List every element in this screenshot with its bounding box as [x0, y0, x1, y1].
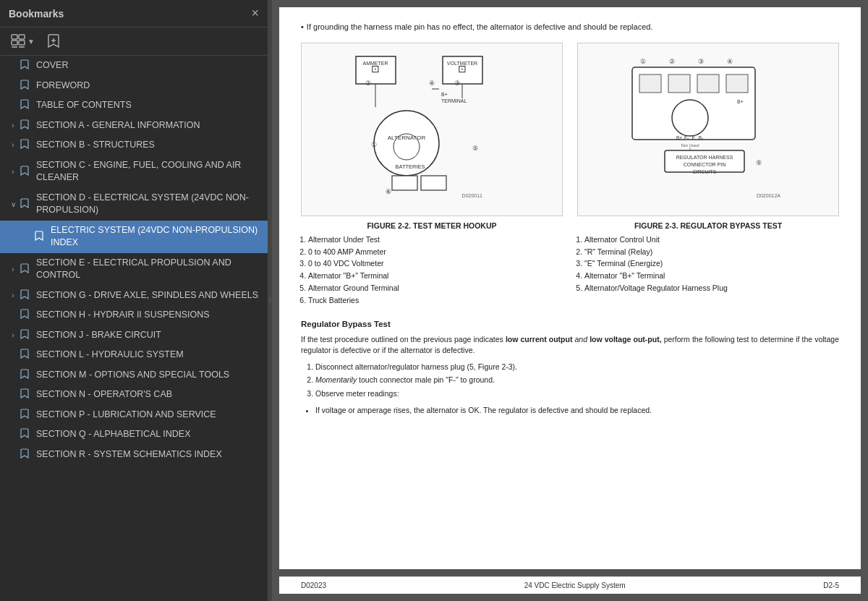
bookmark-item-section-g[interactable]: › SECTION G - DRIVE AXLE, SPINDLES AND W… [0, 286, 268, 306]
figure-2-item-3: 0 to 40 VDC Voltmeter [308, 258, 563, 269]
bookmark-item-section-n[interactable]: SECTION N - OPERATOR'S CAB [0, 385, 268, 405]
figures-row: AMMETER ⊡ ② VOLTMETER ⊡ ③ ④ B+ [301, 43, 839, 307]
grid-icon [10, 33, 26, 49]
bookmark-item-section-d[interactable]: ∨ SECTION D - ELECTRICAL SYSTEM (24VDC N… [0, 188, 268, 221]
figure-3-diagram: ① ② ③ ④ [577, 43, 839, 216]
footer-left: D02023 [301, 581, 326, 589]
bookmark-add-button[interactable] [43, 32, 64, 51]
bookmark-item-section-l[interactable]: SECTION L - HYDRAULIC SYSTEM [0, 345, 268, 365]
bookmark-label-section-p: SECTION P - LUBRICATION AND SERVICE [36, 409, 262, 422]
svg-text:⑥: ⑥ [386, 188, 391, 195]
bookmark-item-cover[interactable]: COVER [0, 56, 268, 76]
bookmark-icon-section-h [20, 309, 32, 321]
bookmark-toggle-section-g[interactable]: › [7, 291, 19, 299]
svg-text:D020012A: D020012A [757, 193, 780, 198]
bookmark-label-section-l: SECTION L - HYDRAULIC SYSTEM [36, 349, 262, 362]
bookmark-item-section-e[interactable]: › SECTION E - ELECTRICAL PROPULSION AND … [0, 253, 268, 286]
bookmark-icon-section-j [20, 329, 32, 341]
bookmark-item-section-r[interactable]: SECTION R - SYSTEM SCHEMATICS INDEX [0, 445, 268, 465]
figure-2-item-4: Alternator "B+" Terminal [308, 270, 563, 281]
svg-text:⊡: ⊡ [371, 63, 380, 74]
step-2: Momentarily touch connector male pin "F-… [315, 375, 839, 385]
figure-2-item-2: 0 to 400 AMP Ammeter [308, 247, 563, 257]
grid-view-button[interactable]: ▼ [7, 32, 38, 51]
figure-2-list: Alternator Under Test 0 to 400 AMP Ammet… [301, 234, 563, 305]
svg-text:⊡: ⊡ [458, 63, 467, 74]
bookmark-toggle-section-d[interactable]: ∨ [7, 200, 19, 208]
figure-3-list: Alternator Control Unit "R" Terminal (Re… [577, 234, 839, 293]
bookmark-item-section-d-sub[interactable]: ELECTRIC SYSTEM (24VDC NON-PROPULSION) I… [0, 221, 268, 253]
svg-text:⑤: ⑤ [756, 159, 762, 166]
regulator-bypass-svg: ① ② ③ ④ [625, 49, 791, 201]
sidebar-toolbar: ▼ [0, 27, 268, 56]
page-content[interactable]: • If grounding the harness male pin has … [279, 7, 861, 569]
svg-text:③: ③ [454, 80, 460, 87]
bookmark-toggle-section-j[interactable]: › [7, 331, 19, 339]
bookmark-label-section-c: SECTION C - ENGINE, FUEL, COOLING AND AI… [36, 159, 262, 184]
bookmark-icon-section-d [20, 198, 32, 210]
bookmark-icon-foreword [20, 80, 32, 92]
svg-point-43 [672, 100, 708, 136]
bookmark-label-section-q: SECTION Q - ALPHABETICAL INDEX [36, 428, 262, 441]
sidebar: Bookmarks × ▼ [0, 0, 268, 601]
svg-text:B+: B+ [737, 99, 744, 104]
document-area: • If grounding the harness male pin has … [272, 0, 868, 576]
bookmark-label-section-j: SECTION J - BRAKE CIRCUIT [36, 329, 262, 342]
sidebar-close-button[interactable]: × [251, 6, 259, 21]
bookmark-toggle-section-b[interactable]: › [7, 141, 19, 149]
bookmark-item-foreword[interactable]: FOREWORD [0, 76, 268, 96]
svg-rect-39 [639, 74, 661, 93]
bookmark-item-section-p[interactable]: SECTION P - LUBRICATION AND SERVICE [0, 405, 268, 425]
svg-text:ALTERNATOR: ALTERNATOR [388, 135, 426, 141]
procedure-list: Disconnect alternator/regulator harness … [301, 362, 839, 399]
bookmark-icon-section-q [20, 428, 32, 440]
bookmark-icon-section-l [20, 349, 32, 361]
bookmark-toggle-section-c[interactable]: › [7, 168, 19, 176]
svg-text:B+: B+ [441, 92, 448, 97]
bullet-dot: • [301, 22, 304, 33]
bookmark-label-section-d: SECTION D - ELECTRICAL SYSTEM (24VDC NON… [36, 192, 262, 217]
svg-text:Not Used: Not Used [681, 143, 699, 148]
svg-text:E: E [692, 135, 696, 140]
footer-right: D2-5 [823, 581, 839, 589]
bookmark-item-section-m[interactable]: SECTION M - OPTIONS AND SPECIAL TOOLS [0, 365, 268, 385]
figure-2-item-1: Alternator Under Test [308, 234, 563, 245]
bookmark-icon-section-b [20, 139, 32, 151]
bookmark-item-section-h[interactable]: SECTION H - HYDRAIR II SUSPENSIONS [0, 305, 268, 325]
svg-rect-2 [12, 41, 17, 45]
bookmark-add-icon [46, 33, 61, 49]
svg-text:F-: F- [684, 135, 689, 140]
svg-text:D020011: D020011 [462, 193, 483, 198]
svg-text:TERMINAL: TERMINAL [441, 98, 467, 103]
bookmark-icon-section-a [20, 119, 32, 132]
bookmark-icon-toc [20, 99, 32, 111]
figure-2-item-6: Truck Batteries [308, 295, 563, 306]
bookmark-label-section-b: SECTION B - STRUCTURES [36, 139, 262, 152]
svg-rect-3 [19, 41, 25, 45]
svg-text:①: ① [640, 58, 646, 65]
figure-3-item-5: Alternator/Voltage Regulator Harness Plu… [584, 283, 839, 294]
svg-text:BATTERIES: BATTERIES [395, 163, 425, 170]
bookmark-icon-section-d-sub [35, 231, 46, 243]
bookmark-icon-section-m [20, 369, 32, 381]
bookmark-item-section-c[interactable]: › SECTION C - ENGINE, FUEL, COOLING AND … [0, 155, 268, 188]
bookmark-icon-section-r [20, 448, 32, 461]
bookmark-item-toc[interactable]: TABLE OF CONTENTS [0, 95, 268, 116]
svg-rect-0 [12, 35, 17, 39]
svg-rect-25 [392, 176, 417, 190]
bookmark-item-section-j[interactable]: › SECTION J - BRAKE CIRCUIT [0, 325, 268, 346]
regulator-bypass-section: Regulator Bypass Test If the test proced… [301, 318, 839, 415]
grid-dropdown-arrow: ▼ [27, 38, 35, 46]
obs-item-1: If voltage or amperage rises, the altern… [315, 405, 839, 416]
bookmarks-list: COVER FOREWORD TABLE OF CONTENTS› SECTIO… [0, 56, 268, 464]
bookmark-item-section-a[interactable]: › SECTION A - GENERAL INFORMATION [0, 116, 268, 136]
bookmark-item-section-q[interactable]: SECTION Q - ALPHABETICAL INDEX [0, 425, 268, 445]
bookmark-icon-section-e [20, 263, 32, 276]
bookmark-label-section-g: SECTION G - DRIVE AXLE, SPINDLES AND WHE… [36, 289, 262, 302]
bookmark-toggle-section-a[interactable]: › [7, 122, 19, 129]
test-meter-svg: AMMETER ⊡ ② VOLTMETER ⊡ ③ ④ B+ [349, 49, 515, 201]
bookmark-toggle-section-e[interactable]: › [7, 265, 19, 273]
bookmark-label-section-m: SECTION M - OPTIONS AND SPECIAL TOOLS [36, 369, 262, 382]
bookmark-item-section-b[interactable]: › SECTION B - STRUCTURES [0, 135, 268, 155]
bookmark-icon-section-c [20, 166, 32, 178]
